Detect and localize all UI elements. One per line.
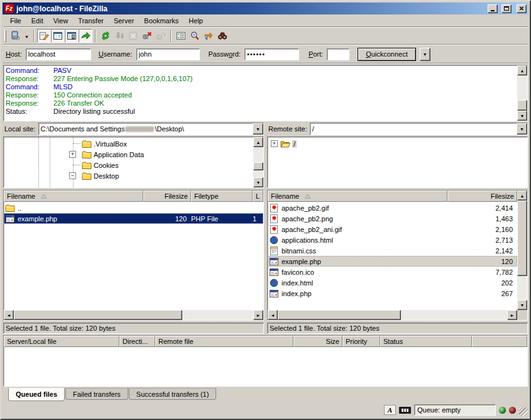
tree-item[interactable]: +Application Data (4, 149, 253, 160)
log-line: Command:PASV (6, 67, 517, 75)
remote-site-combo[interactable]: / ▼ (310, 123, 528, 135)
file-row[interactable]: bitnami.css2,142 (268, 245, 517, 256)
file-row[interactable]: index.php267 (268, 288, 517, 299)
minimize-button[interactable] (488, 4, 498, 13)
file-row[interactable]: example.php120 (268, 256, 517, 267)
scroll-down-button[interactable]: ▼ (253, 177, 263, 187)
column-header-directi-[interactable]: Directi... (119, 336, 155, 347)
toggle-message-log-button[interactable] (37, 29, 51, 43)
column-header-blank[interactable] (472, 336, 527, 347)
maximize-button[interactable] (501, 4, 512, 13)
menu-edit[interactable]: Edit (26, 16, 48, 26)
scroll-down-button[interactable]: ▼ (517, 300, 527, 310)
reconnect-button[interactable] (154, 29, 168, 43)
find-files-button[interactable] (216, 29, 229, 43)
column-header-size[interactable]: Size (293, 336, 342, 347)
file-row[interactable]: example.php120PHP File1 (4, 213, 263, 224)
column-header-priority[interactable]: Priority (342, 336, 380, 347)
quickconnect-dropdown[interactable]: ▼ (420, 48, 430, 61)
refresh-button[interactable] (99, 29, 112, 43)
toggle-local-tree-button[interactable] (51, 29, 65, 43)
filezilla-app-icon[interactable]: Fz (4, 4, 14, 13)
toolbar-grip[interactable] (4, 30, 6, 42)
remote-list-scrollbar[interactable]: ▲ ▼ (517, 191, 527, 310)
column-header-filename[interactable]: Filename (4, 191, 143, 202)
scrollbar-thumb[interactable] (517, 201, 527, 276)
log-scrollbar[interactable]: ▲ ▼ (517, 65, 527, 121)
speed-limit-icon[interactable] (399, 407, 411, 414)
scroll-left-button[interactable]: ◄ (4, 310, 14, 320)
file-row[interactable]: apache_pb2.png1,463 (268, 213, 517, 224)
file-row[interactable]: favicon.ico7,782 (268, 267, 517, 277)
resize-grip[interactable] (519, 407, 528, 416)
menu-file[interactable]: File (5, 16, 26, 26)
close-button[interactable]: ✕ (517, 4, 527, 13)
scroll-up-button[interactable]: ▲ (517, 191, 527, 201)
column-header-filesize[interactable]: Filesize (447, 191, 517, 202)
local-tree-scrollbar[interactable]: ▲ ▼ (253, 137, 263, 187)
site-manager-button[interactable] (9, 29, 23, 43)
menu-bookmarks[interactable]: Bookmarks (139, 16, 183, 26)
menu-server[interactable]: Server (109, 16, 139, 26)
local-site-combo[interactable]: C:\Documents and Settings\Desktop\ ▼ (38, 123, 264, 135)
expand-icon[interactable]: + (271, 140, 278, 147)
password-input[interactable] (244, 48, 299, 60)
column-header-filesize[interactable]: Filesize (143, 191, 191, 202)
scrollbar-thumb[interactable] (517, 100, 527, 111)
menu-view[interactable]: View (48, 16, 74, 26)
toggle-remote-tree-button[interactable] (65, 29, 79, 43)
file-row[interactable]: apache_pb2.gif2,414 (268, 202, 517, 213)
file-size: 2,160 (459, 226, 517, 233)
scroll-right-button[interactable]: ► (507, 310, 517, 320)
menu-help[interactable]: Help (183, 16, 208, 26)
scroll-left-button[interactable]: ◄ (268, 310, 278, 320)
expand-icon[interactable]: + (69, 151, 76, 158)
synchronized-browsing-button[interactable] (202, 29, 216, 43)
scroll-right-button[interactable]: ► (253, 310, 263, 320)
directory-filter-button[interactable] (174, 29, 188, 43)
scrollbar-thumb[interactable] (278, 310, 401, 320)
tree-item[interactable]: .VirtualBox (4, 138, 253, 149)
scrollbar-thumb[interactable] (14, 310, 182, 320)
tab-failed-transfers[interactable]: Failed transfers (65, 388, 128, 400)
process-queue-button[interactable] (112, 29, 126, 43)
local-horizontal-scrollbar[interactable]: ◄ ► (4, 310, 263, 320)
host-input[interactable] (26, 48, 91, 60)
activity-led-green (499, 407, 506, 414)
remote-combo-dropdown[interactable]: ▼ (517, 123, 527, 135)
toggle-transfer-queue-button[interactable] (79, 29, 92, 43)
column-header-server-local-file[interactable]: Server/Local file (4, 336, 119, 347)
file-row[interactable]: applications.html2,713 (268, 235, 517, 245)
column-header-filetype[interactable]: Filetype (191, 191, 253, 202)
file-name: example.php (282, 258, 459, 265)
column-header-filename[interactable]: Filename (268, 191, 447, 202)
remote-horizontal-scrollbar[interactable]: ◄ ► (268, 310, 517, 320)
tab-successful-transfers-1-[interactable]: Successful transfers (1) (129, 388, 217, 400)
quickconnect-button[interactable]: Quickconnect (358, 48, 416, 61)
collapse-icon[interactable]: − (69, 172, 76, 179)
column-header-l[interactable]: L (253, 191, 263, 202)
column-header-remote-file[interactable]: Remote file (155, 336, 293, 347)
tab-queued-files[interactable]: Queued files (8, 388, 65, 401)
cancel-operation-button[interactable] (126, 29, 140, 43)
site-manager-dropdown-button[interactable]: ▼ (23, 29, 31, 43)
port-input[interactable] (327, 48, 349, 60)
directory-comparison-button[interactable] (188, 29, 202, 43)
menu-transfer[interactable]: Transfer (73, 16, 109, 26)
tree-item[interactable]: −Desktop (4, 170, 253, 181)
tree-item[interactable]: Cookies (4, 160, 253, 170)
local-combo-dropdown[interactable]: ▼ (253, 123, 263, 135)
column-header-status[interactable]: Status (380, 336, 472, 347)
file-row[interactable]: .. (4, 202, 263, 213)
scroll-up-button[interactable]: ▲ (517, 65, 527, 75)
file-row[interactable]: index.html202 (268, 277, 517, 288)
scrollbar-thumb[interactable] (253, 162, 263, 170)
transfer-type-ascii-icon[interactable]: A (384, 405, 396, 415)
remote-directory-tree: +/ (267, 136, 528, 188)
scroll-up-button[interactable]: ▲ (253, 137, 263, 147)
tree-item[interactable]: +/ (268, 138, 527, 149)
file-row[interactable]: apache_pb2_ani.gif2,160 (268, 224, 517, 235)
username-input[interactable] (136, 48, 200, 60)
disconnect-button[interactable] (140, 29, 154, 43)
scroll-down-button[interactable]: ▼ (517, 111, 527, 121)
